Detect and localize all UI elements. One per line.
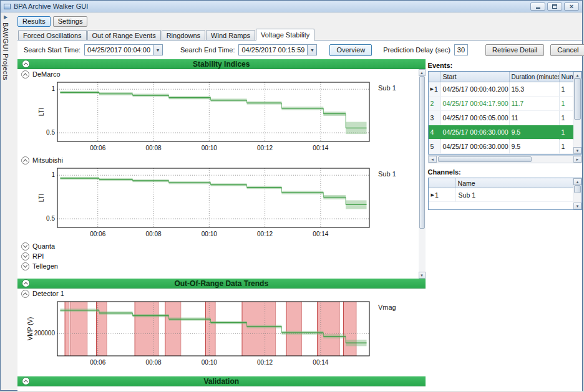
row-header[interactable]: 4 (429, 125, 441, 140)
row-header[interactable]: ▶1 (429, 82, 441, 97)
out-of-range-title: Out-Of-Range Data Trends (174, 279, 268, 288)
svg-text:200000: 200000 (34, 330, 56, 337)
mitsubishi-collapse-button[interactable] (21, 156, 29, 165)
retrieve-detail-button[interactable]: Retrieve Detail (485, 44, 544, 56)
tellegen-expand-button[interactable] (21, 262, 29, 270)
cell-num[interactable]: 1 (560, 82, 573, 97)
cell-duration[interactable]: 11.7 (510, 97, 560, 111)
scroll-up-icon[interactable]: ▲ (573, 178, 582, 185)
results-button[interactable]: Results (17, 16, 51, 27)
cell-name[interactable]: Sub 1 (456, 188, 573, 202)
demarco-chart: 00:0600:0800:1000:1200:140.51LTI (25, 79, 374, 155)
sidebar-expander-icon[interactable]: ▶ (4, 14, 7, 21)
tab-strip: Forced Oscillations Out of Range Events … (17, 29, 582, 41)
sidebar-label[interactable]: BAWGUI Projects (2, 22, 9, 80)
rpi-expand-button[interactable] (21, 252, 29, 261)
title-bar[interactable]: BPA Archive Walker GUI × (1, 1, 582, 12)
scroll-right-icon[interactable]: ► (573, 156, 582, 163)
tab-wind-ramps[interactable]: Wind Ramps (206, 30, 255, 40)
cell-start[interactable]: 04/25/17 00:06:30.000 (441, 140, 510, 154)
settings-button[interactable]: Settings (53, 16, 88, 27)
scroll-thumb[interactable] (419, 76, 425, 229)
stability-collapse-button[interactable] (22, 60, 30, 68)
channels-table-row[interactable]: ▶1Sub 1 (429, 188, 573, 202)
scroll-thumb[interactable] (438, 156, 532, 162)
demarco-collapse-button[interactable] (21, 70, 29, 79)
scroll-thumb[interactable] (574, 79, 581, 120)
column-header-num[interactable]: Num (560, 72, 573, 82)
scroll-up-icon[interactable]: ▲ (419, 69, 426, 76)
search-start-value[interactable]: 04/25/2017 00:04:00 (85, 45, 153, 55)
scroll-track[interactable] (573, 79, 582, 147)
tab-ringdowns[interactable]: Ringdowns (162, 30, 205, 40)
expander-rpi[interactable]: RPI (17, 251, 417, 261)
scroll-down-icon[interactable]: ▼ (573, 147, 582, 154)
events-vscrollbar[interactable]: ▲ ▼ (573, 72, 582, 154)
events-table-row[interactable]: 304/25/17 00:05:05.000111 (429, 111, 573, 125)
maximize-button[interactable] (547, 2, 562, 11)
row-header[interactable]: 2 (429, 97, 441, 111)
scroll-thumb[interactable] (574, 185, 581, 193)
cell-num[interactable]: 1 (560, 97, 573, 111)
search-toolbar: Search Start Time: 04/25/2017 00:04:00 ▼… (17, 41, 582, 59)
cell-duration[interactable]: 15.3 (510, 82, 560, 97)
scroll-down-icon[interactable]: ▼ (419, 272, 426, 279)
cell-duration[interactable]: 11 (510, 111, 560, 125)
expander-quanta[interactable]: Quanta (17, 241, 417, 251)
search-start-dropdown-icon[interactable]: ▼ (153, 45, 162, 55)
cell-num[interactable]: 1 (560, 111, 573, 125)
detector1-collapse-button[interactable] (21, 290, 29, 298)
scroll-track[interactable] (419, 76, 426, 272)
cell-num[interactable]: 1 (560, 140, 573, 154)
events-table-row[interactable]: ▶104/25/17 00:00:40.20015.31 (429, 82, 573, 97)
cell-start[interactable]: 04/25/17 00:05:05.000 (441, 111, 510, 125)
stability-vscrollbar[interactable]: ▲ ▼ (419, 69, 426, 279)
tab-out-of-range-events[interactable]: Out of Range Events (87, 30, 161, 40)
column-header-start[interactable]: Start (441, 72, 510, 82)
projects-sidebar[interactable]: ▶ BAWGUI Projects (1, 12, 11, 391)
row-header[interactable]: 3 (429, 111, 441, 125)
column-header-name[interactable]: Name (456, 178, 573, 188)
events-table-row[interactable]: 404/25/17 00:06:30.0009.51 (429, 125, 573, 140)
column-header-duration[interactable]: Duration (minutes) (510, 72, 560, 82)
scroll-down-icon[interactable]: ▼ (573, 203, 582, 209)
prediction-delay-input[interactable]: 30 (454, 44, 468, 55)
tab-forced-oscillations[interactable]: Forced Oscillations (18, 30, 87, 40)
search-end-dropdown-icon[interactable]: ▼ (307, 45, 316, 55)
row-header[interactable]: ▶1 (429, 188, 456, 202)
tab-voltage-stability[interactable]: Voltage Stability (256, 29, 314, 41)
scroll-up-icon[interactable]: ▲ (573, 72, 582, 79)
row-header[interactable]: 5 (429, 140, 441, 154)
validation-collapse-button[interactable] (22, 377, 30, 385)
cell-duration[interactable]: 9.5 (510, 140, 560, 154)
expander-tellegen[interactable]: Tellegen (17, 261, 417, 271)
cell-num[interactable]: 1 (560, 125, 573, 140)
search-start-picker[interactable]: 04/25/2017 00:04:00 ▼ (84, 44, 163, 55)
cell-start[interactable]: 04/25/17 00:06:30.000 (441, 125, 510, 140)
minimize-icon (536, 7, 540, 9)
oor-collapse-button[interactable] (22, 279, 30, 287)
cell-start[interactable]: 04/25/17 00:00:40.200 (441, 82, 510, 97)
search-end-value[interactable]: 04/25/2017 00:15:59 (239, 45, 307, 55)
scroll-track[interactable] (573, 185, 582, 203)
cell-start[interactable]: 04/25/17 00:04:17.900 (441, 97, 510, 111)
cancel-button[interactable]: Cancel (550, 44, 584, 56)
search-end-picker[interactable]: 04/25/2017 00:15:59 ▼ (238, 44, 317, 55)
events-table-row[interactable]: 204/25/17 00:04:17.90011.71 (429, 97, 573, 111)
channels-vscrollbar[interactable]: ▲ ▼ (573, 178, 582, 209)
expander-detector1[interactable]: Detector 1 (17, 289, 426, 299)
expander-mitsubishi[interactable]: Mitsubishi (17, 155, 417, 165)
mitsubishi-label: Mitsubishi (32, 156, 63, 164)
cell-duration[interactable]: 9.5 (510, 125, 560, 140)
events-hscrollbar[interactable]: ◄ ► (428, 155, 582, 163)
quanta-expand-button[interactable] (21, 242, 29, 251)
close-button[interactable]: × (564, 2, 579, 11)
scroll-left-icon[interactable]: ◄ (429, 156, 437, 163)
minimize-button[interactable] (530, 2, 545, 11)
svg-text:00:06: 00:06 (90, 231, 105, 237)
overview-button[interactable]: Overview (329, 44, 372, 56)
expander-demarco[interactable]: DeMarco (17, 69, 417, 79)
svg-text:00:10: 00:10 (202, 145, 217, 151)
events-table-row[interactable]: 504/25/17 00:06:30.0009.51 (429, 140, 573, 154)
scroll-track[interactable] (437, 156, 573, 163)
